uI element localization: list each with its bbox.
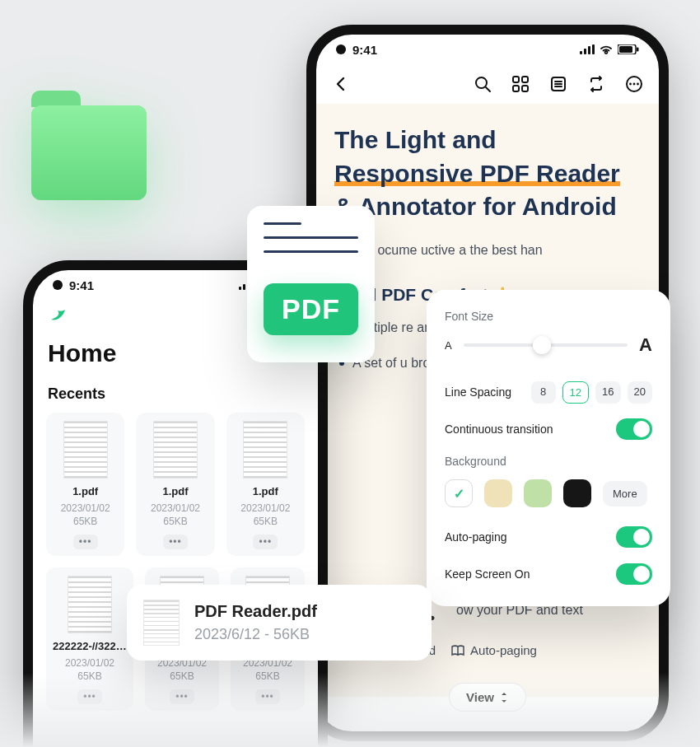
reader-mode-row: ead Auto-paging <box>415 643 642 657</box>
svg-point-14 <box>629 83 632 86</box>
bg-green[interactable] <box>524 479 552 507</box>
line-spacing-16[interactable]: 16 <box>595 381 620 404</box>
svg-rect-8 <box>513 77 519 82</box>
file-row-meta: 2023/6/12 - 56KB <box>194 626 317 643</box>
check-icon: ✓ <box>454 486 464 502</box>
folder-icon <box>31 105 147 200</box>
svg-rect-6 <box>637 48 639 52</box>
svg-point-15 <box>633 83 636 86</box>
doc-line <box>264 250 358 253</box>
file-date: 2023/01/02 <box>53 502 118 516</box>
file-thumbnail <box>143 600 180 646</box>
file-thumbnail <box>63 421 108 479</box>
signal-icon <box>580 44 595 54</box>
file-more-button[interactable]: ••• <box>255 689 280 704</box>
file-card[interactable]: 1.pdf 2023/01/02 65KB ••• <box>136 413 214 556</box>
file-more-button[interactable]: ••• <box>163 535 188 549</box>
file-date: 2023/01/02 <box>53 657 127 670</box>
reader-toolbar <box>316 64 659 104</box>
line-spacing-12[interactable]: 12 <box>562 381 589 404</box>
background-label: Background <box>445 455 652 468</box>
svg-rect-10 <box>513 86 519 91</box>
file-more-button[interactable]: ••• <box>73 535 98 549</box>
view-button[interactable]: View <box>449 683 526 712</box>
article-paragraph: y view, ocume uctive a the best han <box>334 240 641 261</box>
status-bar: 9:41 <box>316 35 659 64</box>
pdf-badge: PDF <box>264 283 358 335</box>
article-title: The Light and Responsive PDF Reader & An… <box>334 124 641 224</box>
line-spacing-8[interactable]: 8 <box>531 381 556 404</box>
file-row-name: PDF Reader.pdf <box>194 602 317 621</box>
continuous-transition-label: Continuous transition <box>445 423 553 436</box>
recents-grid: 1.pdf 2023/01/02 65KB ••• 1.pdf 2023/01/… <box>46 413 305 556</box>
file-more-button[interactable]: ••• <box>170 689 194 704</box>
file-name: 222222-//3222.pdf <box>53 640 127 652</box>
line-spacing-label: Line Spacing <box>445 385 511 399</box>
file-size: 65KB <box>142 516 208 529</box>
file-name: 1.pdf <box>233 485 298 497</box>
file-card[interactable]: 222222-//3222.pdf 2023/01/02 65KB ••• <box>46 567 133 711</box>
svg-point-7 <box>476 77 487 88</box>
slider-knob[interactable] <box>533 336 551 354</box>
bg-cream[interactable] <box>484 479 512 507</box>
file-row-card[interactable]: PDF Reader.pdf 2023/6/12 - 56KB <box>127 585 432 661</box>
back-icon[interactable] <box>331 74 351 94</box>
book-open-icon <box>450 645 465 656</box>
settings-panel: Font Size A A Line Spacing 8 12 16 20 Co… <box>427 290 670 606</box>
line-spacing-options: 8 12 16 20 <box>531 381 652 404</box>
file-more-button[interactable]: ••• <box>253 535 278 549</box>
file-thumbnail <box>153 421 198 479</box>
bg-white[interactable]: ✓ <box>445 479 473 507</box>
file-size: 65KB <box>152 670 212 684</box>
file-thumbnail <box>68 576 112 633</box>
grid-icon[interactable] <box>511 74 530 94</box>
svg-rect-11 <box>522 86 528 91</box>
file-size: 65KB <box>53 670 127 684</box>
font-size-slider-row: A A <box>445 334 652 356</box>
svg-point-16 <box>637 83 639 86</box>
svg-rect-17 <box>239 287 241 290</box>
list-icon[interactable] <box>548 74 568 94</box>
svg-rect-3 <box>592 44 595 54</box>
font-size-label: Font Size <box>445 310 652 323</box>
file-size: 65KB <box>237 670 298 684</box>
file-date: 2023/01/02 <box>233 502 298 516</box>
file-size: 65KB <box>233 516 298 529</box>
file-thumbnail <box>243 421 287 479</box>
sort-arrows-icon <box>499 692 509 703</box>
keep-screen-on-toggle[interactable] <box>616 563 652 585</box>
svg-rect-2 <box>588 46 590 54</box>
line-spacing-20[interactable]: 20 <box>628 381 652 404</box>
svg-rect-1 <box>584 49 586 54</box>
background-options: ✓ More <box>445 479 652 507</box>
font-size-slider[interactable] <box>464 343 628 347</box>
keep-screen-on-label: Keep Screen On <box>445 567 530 581</box>
auto-paging-toggle[interactable] <box>616 526 652 548</box>
status-time: 9:41 <box>53 278 94 292</box>
bg-more-button[interactable]: More <box>603 481 647 507</box>
file-name: 1.pdf <box>53 485 118 497</box>
mode-autopaging[interactable]: Auto-paging <box>450 643 537 657</box>
file-card[interactable]: 1.pdf 2023/01/02 65KB ••• <box>226 413 305 556</box>
loop-icon[interactable] <box>586 74 606 94</box>
doc-line <box>264 236 358 239</box>
font-size-big-a: A <box>639 334 652 356</box>
file-card[interactable]: 1.pdf 2023/01/02 65KB ••• <box>46 413 124 556</box>
file-more-button[interactable]: ••• <box>77 689 102 704</box>
status-time: 9:41 <box>336 43 377 57</box>
auto-paging-label: Auto-paging <box>445 530 507 544</box>
font-size-small-a: A <box>445 339 452 352</box>
svg-rect-5 <box>619 46 632 53</box>
highlighted-text: Responsive PDF Reader <box>334 160 620 189</box>
bg-black[interactable] <box>563 479 591 507</box>
search-icon[interactable] <box>473 74 492 94</box>
doc-line <box>264 222 301 225</box>
file-size: 65KB <box>53 516 118 529</box>
recents-heading: Recents <box>46 385 305 403</box>
svg-rect-0 <box>580 51 582 54</box>
file-date: 2023/01/02 <box>142 502 208 516</box>
svg-rect-9 <box>522 77 528 82</box>
more-icon[interactable] <box>624 74 644 94</box>
continuous-transition-toggle[interactable] <box>616 418 652 440</box>
svg-rect-18 <box>243 284 245 290</box>
